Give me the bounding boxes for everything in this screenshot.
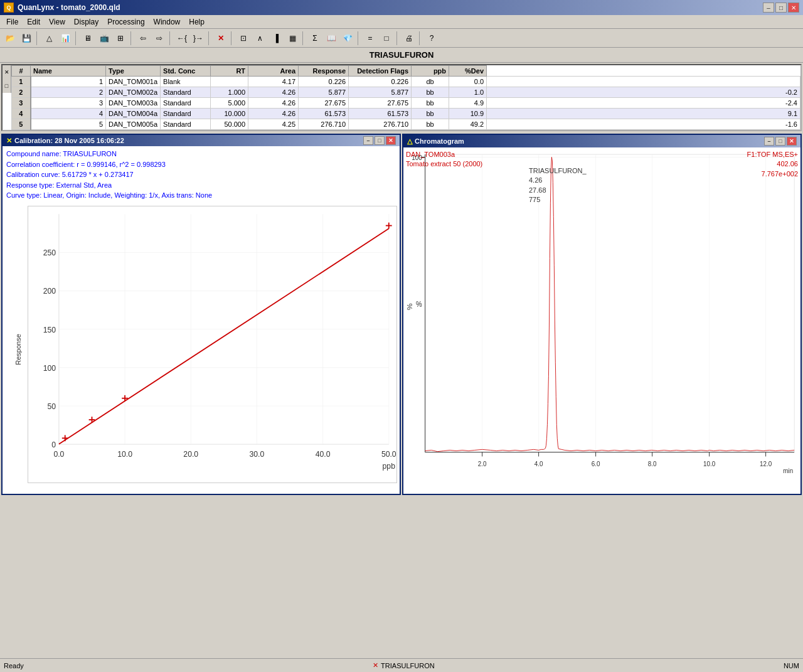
table-row: 4 4 DAN_TOM004a Standard 10.000 4.26 61.… <box>12 109 800 119</box>
toolbar-back-arrows[interactable]: ⇦ <box>136 31 151 45</box>
cell-id: 1 <box>31 77 106 87</box>
status-center: ✕ TRIASULFURON <box>373 661 435 669</box>
toolbar-bracket-back[interactable]: ←{ <box>174 31 189 45</box>
chrom-maximize[interactable]: □ <box>775 137 785 146</box>
svg-text:ppb: ppb <box>383 462 396 471</box>
menu-edit[interactable]: Edit <box>23 16 44 28</box>
cell-ppb: 49.2 <box>449 119 487 130</box>
cell-detflags: bb <box>412 109 449 119</box>
calib-curve: Calibration curve: 5.61729 * x + 0.27341… <box>6 169 396 180</box>
cell-response: 276.710 <box>349 119 412 130</box>
cell-rt: 4.26 <box>248 109 299 119</box>
close-button[interactable]: ✕ <box>788 3 799 13</box>
bottom-panels: ✕ Calibration: 28 Nov 2005 16:06:22 – □ … <box>0 132 803 496</box>
svg-text:2.0: 2.0 <box>478 460 487 467</box>
table-row: 3 3 DAN_TOM003a Standard 5.000 4.26 27.6… <box>12 98 800 109</box>
cell-type: Standard <box>161 109 211 119</box>
calibration-info: Compound name: TRIASULFURON Correlation … <box>3 146 400 203</box>
chrom-height: 775 <box>529 195 587 205</box>
toolbar-book[interactable]: 📖 <box>324 31 339 45</box>
chromatogram-panel: △ Chromatogram – □ ✕ DAN_TOM003a Tomato … <box>402 134 802 495</box>
svg-text:200: 200 <box>43 287 56 296</box>
toolbar-monitor[interactable]: 🖥 <box>80 31 95 45</box>
menu-display[interactable]: Display <box>70 16 102 28</box>
cell-ppb: 0.0 <box>449 77 487 87</box>
cell-stdconc: 5.000 <box>211 98 248 109</box>
toolbar-save[interactable]: 💾 <box>19 31 34 45</box>
chrom-close[interactable]: ✕ <box>787 137 797 146</box>
cell-id: 3 <box>31 98 106 109</box>
svg-line-25 <box>59 228 389 444</box>
cell-detflags: bb <box>412 98 449 109</box>
toolbar-gem[interactable]: 💎 <box>340 31 355 45</box>
toolbar-bar[interactable]: ▐ <box>269 31 284 45</box>
menu-processing[interactable]: Processing <box>104 16 148 28</box>
toolbar-chart2[interactable]: 📊 <box>58 31 73 45</box>
calib-maximize[interactable]: □ <box>375 136 385 145</box>
col-header-pctdev: %Dev <box>449 66 487 77</box>
calib-minimize[interactable]: – <box>363 136 373 145</box>
toolbar: 📂 💾 △ 📊 🖥 📺 ⊞ ⇦ ⇨ ←{ }→ ✕ ⊡ ∧ ▐ ▦ Σ 📖 💎 … <box>0 29 803 48</box>
toolbar-x[interactable]: ✕ <box>213 31 228 45</box>
toolbar-peak[interactable]: ∧ <box>252 31 267 45</box>
menu-view[interactable]: View <box>45 16 69 28</box>
cell-detflags: db <box>412 77 449 87</box>
col-header-type: Type <box>106 66 161 77</box>
cell-ppb: 10.9 <box>449 109 487 119</box>
row-num: 4 <box>12 109 31 119</box>
calib-response-type: Response type: External Std, Area <box>6 180 396 191</box>
svg-text:150: 150 <box>43 325 56 334</box>
toolbar-bracket-fwd[interactable]: }→ <box>191 31 206 45</box>
toolbar-table[interactable]: ▦ <box>285 31 300 45</box>
cell-rt: 4.25 <box>248 119 299 130</box>
svg-text:20.0: 20.0 <box>183 449 198 458</box>
toolbar-open[interactable]: 📂 <box>3 31 18 45</box>
chrom-title-bar: △ Chromatogram – □ ✕ <box>403 135 800 147</box>
cell-rt: 4.26 <box>248 87 299 98</box>
chrom-info-topleft: DAN_TOM003a Tomato extract 50 (2000) <box>406 150 482 169</box>
status-num: NUM <box>784 662 799 669</box>
calib-close[interactable]: ✕ <box>386 136 396 145</box>
svg-text:0.0: 0.0 <box>53 449 64 458</box>
toolbar-fwd-arrows[interactable]: ⇨ <box>152 31 167 45</box>
chrom-sample-desc: Tomato extract 50 (2000) <box>406 159 482 169</box>
menu-help[interactable]: Help <box>185 16 208 28</box>
row-num: 1 <box>12 77 31 87</box>
menu-bar: File Edit View Display Processing Window… <box>0 15 803 29</box>
svg-text:min: min <box>783 467 793 474</box>
minimize-button[interactable]: – <box>763 3 774 13</box>
toolbar-triangle[interactable]: △ <box>41 31 56 45</box>
calib-curve-type: Curve type: Linear, Origin: Include, Wei… <box>6 190 396 201</box>
svg-text:50.0: 50.0 <box>381 449 396 458</box>
toolbar-sigma[interactable]: Σ <box>307 31 322 45</box>
col-header-ppb: ppb <box>412 66 449 77</box>
app-icon: Q <box>4 3 14 13</box>
chrom-area: 27.68 <box>529 186 587 195</box>
toolbar-rect[interactable]: □ <box>379 31 394 45</box>
svg-rect-34 <box>425 154 794 452</box>
chrom-svg: % 100 2.0 4.0 6.0 8.0 10.0 12.0 min <box>403 147 800 494</box>
row-num: 3 <box>12 98 31 109</box>
title-bar: Q QuanLynx - tomato_2000.qld – □ ✕ <box>0 0 803 15</box>
menu-window[interactable]: Window <box>150 16 184 28</box>
cell-response: 61.573 <box>349 109 412 119</box>
chrom-minimize[interactable]: – <box>764 137 774 146</box>
svg-text:0: 0 <box>51 440 56 449</box>
toolbar-expand[interactable]: ⊡ <box>236 31 251 45</box>
toolbar-grid[interactable]: ⊞ <box>113 31 128 45</box>
calib-compound: Compound name: TRIASULFURON <box>6 149 396 159</box>
toolbar-equals[interactable]: = <box>363 31 378 45</box>
toolbar-help[interactable]: ? <box>424 31 439 45</box>
toolbar-print[interactable]: 🖨 <box>402 31 417 45</box>
row-num: 5 <box>12 119 31 130</box>
cell-ppb: 1.0 <box>449 87 487 98</box>
cell-type: Blank <box>161 77 211 87</box>
cell-response: 5.877 <box>349 87 412 98</box>
toolbar-display[interactable]: 📺 <box>97 31 112 45</box>
menu-file[interactable]: File <box>3 16 22 28</box>
maximize-button[interactable]: □ <box>775 3 787 13</box>
cell-id: 5 <box>31 119 106 130</box>
section-title: TRIASULFURON <box>0 48 803 63</box>
table-area: ✕ □ # Name Type Std. Conc RT Area Respon… <box>0 63 803 132</box>
col-header-name: Name <box>31 66 106 77</box>
